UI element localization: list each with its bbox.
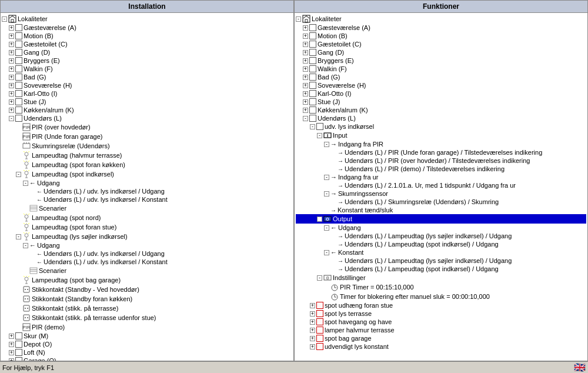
tree-item[interactable]: +Karl-Otto (I): [2, 89, 292, 98]
expand-button[interactable]: +: [9, 34, 14, 39]
tree-item[interactable]: →Udendørs (L) / PIR (demo) / Tilstedevær…: [296, 165, 586, 173]
expand-button[interactable]: +: [9, 42, 14, 47]
tree-item[interactable]: -Lampeudtag (lys søjler indkørsel): [2, 232, 292, 241]
expand-button[interactable]: +: [310, 311, 315, 317]
tree-item[interactable]: Lampeudtag (spot nord): [2, 213, 292, 222]
tree-item[interactable]: →Udendørs (L) / Lampeudtag (spot indkørs…: [296, 265, 586, 273]
tree-item[interactable]: +Stue (J): [2, 98, 292, 106]
expand-button[interactable]: +: [310, 344, 315, 349]
expand-button[interactable]: -: [317, 133, 322, 138]
tree-item[interactable]: +Gæsteværelse (A): [2, 24, 292, 32]
expand-button[interactable]: -: [296, 16, 301, 22]
expand-button[interactable]: +: [9, 50, 14, 55]
expand-button[interactable]: +: [303, 108, 308, 113]
tree-item[interactable]: -→Indgang fra ur: [296, 173, 586, 181]
tree-item[interactable]: →Udendørs (L) / PIR (Unde foran garage) …: [296, 148, 586, 156]
tree-item[interactable]: +Depot (O): [2, 340, 292, 348]
expand-button[interactable]: -: [324, 142, 329, 147]
expand-button[interactable]: +: [303, 83, 308, 88]
tree-item[interactable]: +Karl-Otto (I): [296, 89, 586, 98]
expand-button[interactable]: -: [23, 243, 28, 248]
expand-button[interactable]: +: [303, 50, 308, 55]
tree-item[interactable]: -Lokaliteter: [2, 14, 292, 24]
tree-item[interactable]: -←Konstant: [296, 248, 586, 257]
expand-button[interactable]: +: [9, 350, 14, 355]
expand-button[interactable]: +: [9, 75, 14, 80]
tree-item[interactable]: +Gæstetoilet (C): [296, 40, 586, 48]
tree-item[interactable]: -Udendørs (L): [296, 114, 586, 122]
tree-item[interactable]: +Gang (D): [2, 48, 292, 56]
tree-item[interactable]: -IInput: [296, 131, 586, 140]
tree-item[interactable]: -→Skumringssensor: [296, 189, 586, 198]
tree-item[interactable]: +Køkken/alrum (K): [296, 106, 586, 114]
tree-item[interactable]: →Udendørs (L) / 2.1.01.a. Ur, med 1 tids…: [296, 181, 586, 189]
expand-button[interactable]: +: [9, 334, 14, 339]
expand-button[interactable]: +: [9, 25, 14, 31]
tree-item[interactable]: PIR Timer = 00:15:10,000: [296, 282, 586, 292]
expand-button[interactable]: +: [303, 91, 308, 96]
tree-item[interactable]: -←Udgang: [296, 224, 586, 232]
tree-item[interactable]: +spot udhæng foran stue: [296, 301, 586, 309]
expand-button[interactable]: -: [2, 16, 7, 22]
tree-item[interactable]: +Soveværelse (H): [296, 81, 586, 89]
tree-item[interactable]: Skumringsrelæ (Udendørs): [2, 141, 292, 151]
expand-button[interactable]: +: [310, 319, 315, 325]
expand-button[interactable]: +: [9, 58, 14, 64]
tree-item[interactable]: Scenarier: [2, 204, 292, 213]
tree-item[interactable]: →Udendørs (L) / Skumringsrelæ (Udendørs)…: [296, 198, 586, 206]
expand-button[interactable]: -: [324, 191, 329, 197]
tree-item[interactable]: →Udendørs (L) / Lampeudtag (lys søjler i…: [296, 232, 586, 240]
expand-button[interactable]: +: [9, 342, 14, 347]
tree-item[interactable]: -←Udgang: [2, 179, 292, 187]
expand-button[interactable]: +: [310, 303, 315, 308]
expand-button[interactable]: +: [303, 42, 308, 47]
tree-item[interactable]: →Konstant tænd/sluk: [296, 206, 586, 214]
tree-item[interactable]: +udvendigt lys konstant: [296, 342, 586, 351]
tree-item[interactable]: +Køkken/alrum (K): [2, 106, 292, 114]
expand-button[interactable]: +: [303, 34, 308, 39]
expand-button[interactable]: -: [317, 217, 322, 222]
tree-item[interactable]: +Bad (G): [296, 73, 586, 81]
tree-item[interactable]: -Lokaliteter: [296, 14, 586, 24]
left-panel-content[interactable]: -Lokaliteter+Gæsteværelse (A)+Motion (B)…: [1, 13, 293, 361]
tree-item[interactable]: Stikkontakt (stikk. på terrasse): [2, 304, 292, 313]
tree-item[interactable]: +Bad (G): [2, 73, 292, 81]
expand-button[interactable]: -: [324, 175, 329, 180]
tree-item[interactable]: ←Udendørs (L) / udv. lys indkørsel / Kon…: [2, 258, 292, 266]
tree-item[interactable]: +Gæstetoilet (C): [2, 40, 292, 48]
tree-item[interactable]: +Bryggers (E): [2, 56, 292, 65]
expand-button[interactable]: -: [303, 116, 308, 121]
tree-item[interactable]: +Gang (D): [296, 48, 586, 56]
tree-item[interactable]: +Walkin (F): [2, 65, 292, 73]
tree-item[interactable]: +Garage (Q): [2, 357, 292, 361]
tree-item[interactable]: ←Udendørs (L) / udv. lys indkørsel / Udg…: [2, 249, 292, 258]
tree-item[interactable]: →Udendørs (L) / Lampeudtag (spot indkørs…: [296, 240, 586, 248]
tree-item[interactable]: ←Udendørs (L) / udv. lys indkørsel / Udg…: [2, 187, 292, 195]
tree-item[interactable]: -OOutput: [296, 214, 586, 224]
expand-button[interactable]: -: [317, 275, 322, 281]
tree-item[interactable]: +Stue (J): [296, 98, 586, 106]
expand-button[interactable]: +: [9, 91, 14, 96]
expand-button[interactable]: +: [310, 336, 315, 341]
expand-button[interactable]: +: [303, 75, 308, 80]
tree-item[interactable]: PIRPIR (demo): [2, 322, 292, 332]
tree-item[interactable]: +spot bag garage: [296, 334, 586, 342]
tree-item[interactable]: -→Indgang fra PIR: [296, 140, 586, 148]
tree-item[interactable]: Scenarier: [2, 266, 292, 275]
expand-button[interactable]: +: [9, 358, 14, 361]
tree-item[interactable]: -Udendørs (L): [2, 114, 292, 122]
tree-item[interactable]: -udv. lys indkørsel: [296, 122, 586, 131]
expand-button[interactable]: +: [9, 83, 14, 88]
tree-item[interactable]: ←Udendørs (L) / udv. lys indkørsel / Kon…: [2, 195, 292, 204]
tree-item[interactable]: Lampeudtag (spot foran køkken): [2, 160, 292, 169]
tree-item[interactable]: Lampeudtag (spot foran stue): [2, 222, 292, 232]
expand-button[interactable]: +: [9, 108, 14, 113]
tree-item[interactable]: +Soveværelse (H): [2, 81, 292, 89]
expand-button[interactable]: +: [303, 99, 308, 105]
expand-button[interactable]: +: [303, 58, 308, 64]
expand-button[interactable]: -: [16, 234, 21, 239]
right-panel-content[interactable]: -Lokaliteter+Gæsteværelse (A)+Motion (B)…: [295, 13, 587, 361]
tree-item[interactable]: →Udendørs (L) / PIR (over hovdedør) / Ti…: [296, 156, 586, 165]
tree-item[interactable]: +spot lys terrasse: [296, 309, 586, 318]
tree-item[interactable]: +Motion (B): [2, 32, 292, 40]
